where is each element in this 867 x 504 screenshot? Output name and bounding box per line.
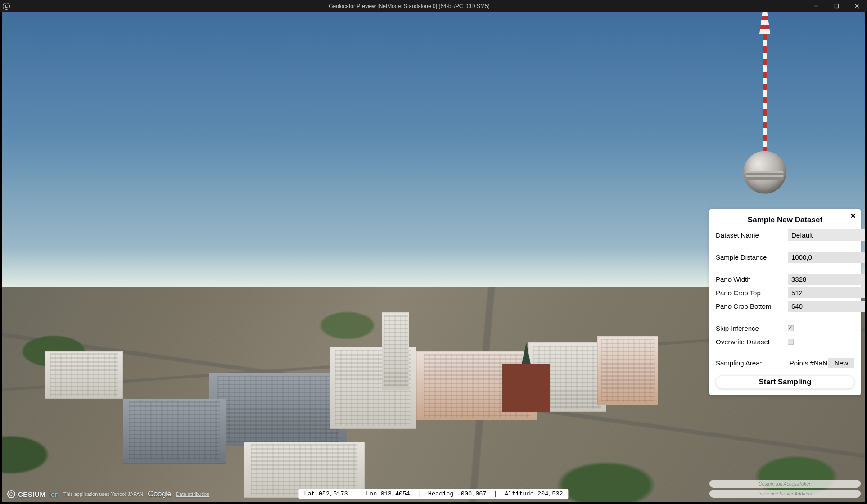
title-bar: Geolocator Preview [NetMode: Standalone … [0,0,867,12]
church-spire-icon [522,342,531,364]
sample-distance-label: Sample Distance [716,253,788,261]
points-prefix: Points # [790,359,814,367]
lat-value: 052,5173 [319,490,348,497]
skip-inference-checkbox[interactable] [788,325,794,331]
building-block [45,351,123,399]
lon-label: Lon [366,490,377,497]
new-sampling-area-button[interactable]: New [828,358,854,368]
pano-width-label: Pano Width [716,275,788,283]
geo-status-bar: Lat 052,5173 | Lon 013,4054 | Heading -0… [298,489,568,499]
svg-point-0 [3,3,9,9]
points-value: NaN [814,359,827,367]
building-block [209,373,347,446]
lon-value: 013,4054 [381,490,410,497]
cesium-text: CESIUM [18,490,45,498]
map-credits: CESIUMion This application uses Yahoo! J… [7,490,209,499]
altitude-value: 204,532 [537,490,563,497]
skip-inference-label: Skip Inference [716,324,788,332]
overwrite-dataset-label: Overwrite Dataset [716,338,788,346]
maximize-button[interactable] [826,0,847,12]
building-block [123,399,226,464]
dataset-name-input[interactable] [788,230,865,241]
pano-width-input[interactable] [788,274,865,285]
church-marienkirche [502,364,550,411]
pano-crop-top-input[interactable] [788,287,865,298]
window-controls [806,0,867,12]
start-sampling-button[interactable]: Start Sampling [716,375,854,389]
sample-distance-input[interactable] [788,252,865,263]
pano-crop-bottom-input[interactable] [788,301,865,312]
minimize-button[interactable] [806,0,826,12]
overwrite-dataset-checkbox[interactable] [788,339,794,345]
building-block [597,336,658,405]
cesium-ion-token-input[interactable]: Cesium Ion AccessToken [709,480,861,488]
lat-label: Lat [304,490,315,497]
cesium-ion-text: ion [49,490,59,498]
panel-title: Sample New Dataset [716,216,854,225]
heading-label: Heading [428,490,454,497]
altitude-label: Altitude [505,490,534,497]
data-attribution-link[interactable]: Data attribution [176,491,210,497]
inference-server-address-input[interactable]: Inference Server Address [709,490,861,498]
pano-crop-bottom-label: Pano Crop Bottom [716,302,788,310]
dataset-name-label: Dataset Name [716,231,788,239]
sample-new-dataset-panel: ✕ Sample New Dataset Dataset Name Sample… [709,209,861,395]
google-logo: Google [148,490,171,499]
svg-rect-2 [835,4,839,8]
unreal-logo-icon [0,0,12,12]
map-viewport[interactable]: CESIUMion This application uses Yahoo! J… [2,12,865,502]
panel-close-button[interactable]: ✕ [850,212,856,220]
cesium-globe-icon [7,490,15,498]
close-window-button[interactable] [847,0,867,12]
sampling-area-label: Sampling Area* [716,359,788,367]
cesium-ion-logo: CESIUMion [7,490,59,498]
building-tall-white [382,312,409,390]
yahoo-japan-credit: This application uses Yahoo! JAPAN [63,491,143,497]
window-title: Geolocator Preview [NetMode: Standalone … [12,3,806,9]
pano-crop-top-label: Pano Crop Top [716,289,788,297]
heading-value: -000,067 [457,490,487,497]
